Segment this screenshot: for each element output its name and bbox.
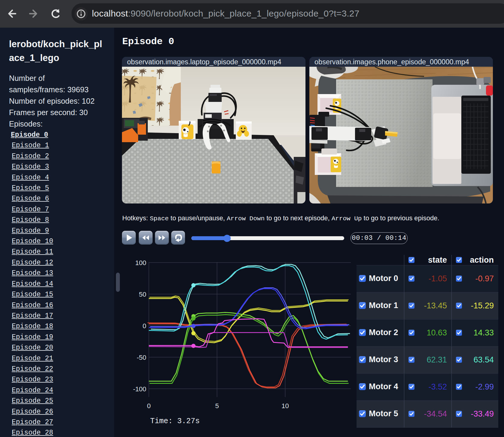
svg-text:0: 0 (147, 402, 150, 410)
svg-text:-100: -100 (133, 385, 146, 393)
svg-text:100: 100 (135, 259, 146, 267)
svg-text:-50: -50 (137, 354, 146, 361)
svg-text:0: 0 (143, 322, 146, 330)
svg-text:10: 10 (281, 402, 289, 410)
svg-text:5: 5 (215, 402, 219, 410)
svg-text:50: 50 (139, 291, 146, 298)
